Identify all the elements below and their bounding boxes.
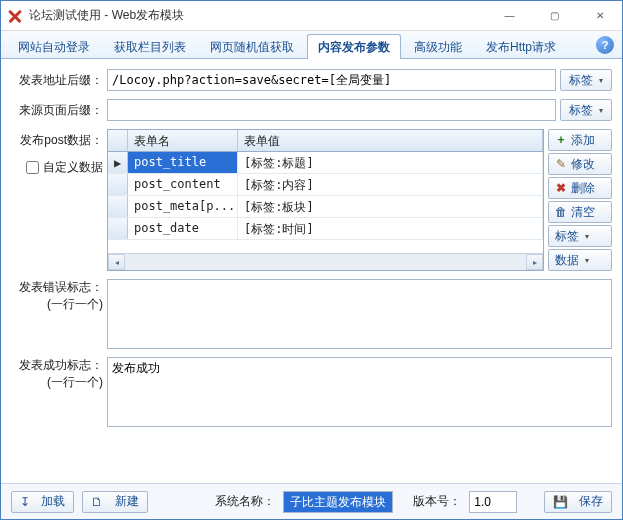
maximize-icon: ▢ [550, 10, 559, 21]
referer-suffix-label: 来源页面后缀： [11, 102, 103, 119]
window-title: 论坛测试使用 - Web发布模块 [29, 7, 184, 24]
chevron-down-icon: ▾ [585, 232, 589, 241]
table-row[interactable]: post_date [标签:时间] [108, 218, 543, 240]
row-indicator-icon: ▶ [108, 152, 128, 173]
close-icon: ✕ [596, 10, 604, 21]
add-button[interactable]: +添加 [548, 129, 612, 151]
new-file-icon: 🗋 [91, 495, 103, 509]
error-flag-label: 发表错误标志： [19, 279, 103, 296]
custom-data-checkbox-label: 自定义数据 [43, 159, 103, 176]
grid-header-selector[interactable] [108, 130, 128, 151]
x-icon: ✖ [555, 181, 567, 195]
grid-header-name[interactable]: 表单名 [128, 130, 238, 151]
chevron-down-icon: ▾ [599, 106, 603, 115]
scroll-left-icon[interactable]: ◂ [108, 254, 125, 270]
side-data-button[interactable]: 数据▾ [548, 249, 612, 271]
tab-publish-params[interactable]: 内容发布参数 [307, 34, 401, 59]
cell-form-value[interactable]: [标签:时间] [238, 218, 543, 239]
table-row[interactable]: post_meta[p... [标签:板块] [108, 196, 543, 218]
side-tag-button[interactable]: 标签▾ [548, 225, 612, 247]
maximize-button[interactable]: ▢ [532, 1, 577, 30]
delete-button[interactable]: ✖删除 [548, 177, 612, 199]
sysname-label: 系统名称： [215, 493, 275, 510]
tab-column-list[interactable]: 获取栏目列表 [103, 34, 197, 59]
chevron-down-icon: ▾ [585, 256, 589, 265]
tab-random-value[interactable]: 网页随机值获取 [199, 34, 305, 59]
referer-suffix-input[interactable] [107, 99, 556, 121]
error-flag-textarea[interactable] [107, 279, 612, 349]
tab-bar: 网站自动登录 获取栏目列表 网页随机值获取 内容发布参数 高级功能 发布Http… [1, 31, 622, 59]
cell-form-name[interactable]: post_meta[p... [128, 196, 238, 217]
grid-header-value[interactable]: 表单值 [238, 130, 543, 151]
cell-form-name[interactable]: post_content [128, 174, 238, 195]
tab-http-request[interactable]: 发布Http请求 [475, 34, 567, 59]
post-data-label: 发布post数据： [11, 129, 103, 149]
sysname-value[interactable]: 子比主题发布模块 [283, 491, 393, 513]
close-button[interactable]: ✕ [577, 1, 622, 30]
load-icon: ↧ [20, 495, 30, 509]
cell-form-value[interactable]: [标签:内容] [238, 174, 543, 195]
custom-data-checkbox[interactable]: 自定义数据 [11, 159, 103, 176]
load-button[interactable]: ↧ 加载 [11, 491, 74, 513]
content-area: 发表地址后缀： /Locoy.php?action=save&secret=[全… [1, 59, 622, 483]
tab-advanced[interactable]: 高级功能 [403, 34, 473, 59]
version-label: 版本号： [413, 493, 461, 510]
table-row[interactable]: post_content [标签:内容] [108, 174, 543, 196]
addr-suffix-label: 发表地址后缀： [11, 72, 103, 89]
success-flag-sublabel: (一行一个) [47, 374, 103, 391]
addr-tag-button[interactable]: 标签▾ [560, 69, 612, 91]
clear-button[interactable]: 🗑清空 [548, 201, 612, 223]
version-input[interactable] [469, 491, 517, 513]
tab-auto-login[interactable]: 网站自动登录 [7, 34, 101, 59]
minimize-icon: — [505, 10, 515, 21]
chevron-down-icon: ▾ [599, 76, 603, 85]
cell-form-value[interactable]: [标签:标题] [238, 152, 543, 173]
cell-form-name[interactable]: post_title [128, 152, 238, 173]
custom-data-checkbox-input[interactable] [26, 161, 39, 174]
help-icon[interactable]: ? [596, 36, 614, 54]
app-icon [7, 8, 23, 24]
save-button[interactable]: 💾 保存 [544, 491, 612, 513]
addr-suffix-plain: /Locoy.php?action=save&secret= [112, 73, 329, 87]
save-icon: 💾 [553, 495, 568, 509]
table-row[interactable]: ▶ post_title [标签:标题] [108, 152, 543, 174]
new-button[interactable]: 🗋 新建 [82, 491, 147, 513]
cell-form-name[interactable]: post_date [128, 218, 238, 239]
cell-form-value[interactable]: [标签:板块] [238, 196, 543, 217]
edit-button[interactable]: ✎修改 [548, 153, 612, 175]
referer-tag-button[interactable]: 标签▾ [560, 99, 612, 121]
footer-bar: ↧ 加载 🗋 新建 系统名称： 子比主题发布模块 版本号： 💾 保存 [1, 483, 622, 519]
success-flag-label: 发表成功标志： [19, 357, 103, 374]
trash-icon: 🗑 [555, 205, 567, 219]
scroll-right-icon[interactable]: ▸ [526, 254, 543, 270]
titlebar: 论坛测试使用 - Web发布模块 — ▢ ✕ [1, 1, 622, 31]
addr-suffix-token: [全局变量] [329, 72, 391, 89]
plus-icon: + [555, 133, 567, 147]
error-flag-sublabel: (一行一个) [47, 296, 103, 313]
grid-h-scrollbar[interactable]: ◂ ▸ [108, 253, 543, 270]
post-data-grid[interactable]: 表单名 表单值 ▶ post_title [标签:标题] post_conten… [107, 129, 544, 271]
minimize-button[interactable]: — [487, 1, 532, 30]
addr-suffix-input[interactable]: /Locoy.php?action=save&secret=[全局变量] [107, 69, 556, 91]
success-flag-textarea[interactable]: 发布成功 [107, 357, 612, 427]
pencil-icon: ✎ [555, 157, 567, 171]
